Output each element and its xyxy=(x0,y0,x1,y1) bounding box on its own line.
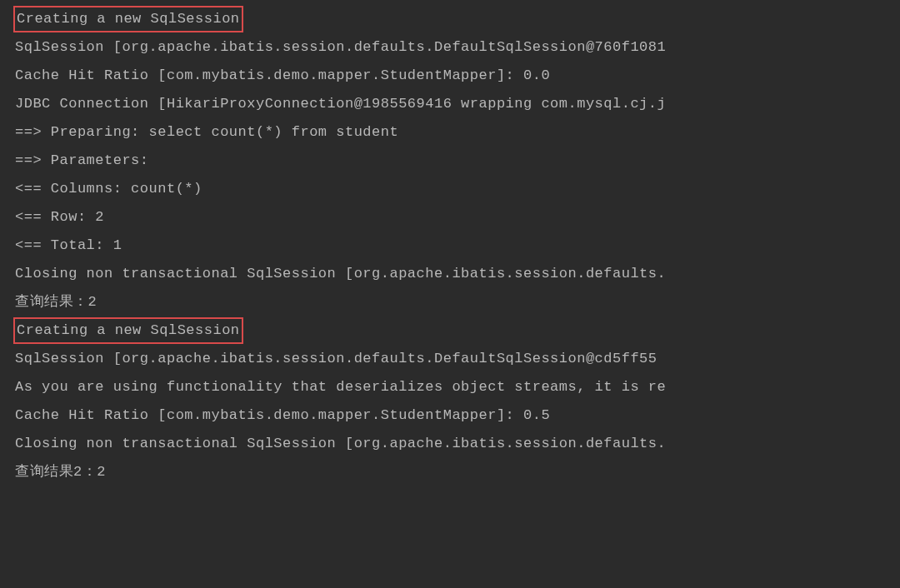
log-line: ==> Preparing: select count(*) from stud… xyxy=(15,118,900,147)
log-line: JDBC Connection [HikariProxyConnection@1… xyxy=(15,90,900,118)
log-line: Creating a new SqlSession xyxy=(15,5,900,33)
log-line: ==> Parameters: xyxy=(15,147,900,175)
log-line: SqlSession [org.apache.ibatis.session.de… xyxy=(15,33,900,62)
log-line: 查询结果：2 xyxy=(15,288,900,316)
log-line: <== Total: 1 xyxy=(15,232,900,260)
highlighted-log-line: Creating a new SqlSession xyxy=(13,6,243,32)
log-line: Closing non transactional SqlSession [or… xyxy=(15,260,900,288)
log-line: As you are using functionality that dese… xyxy=(15,373,900,401)
log-line: Closing non transactional SqlSession [or… xyxy=(15,430,900,458)
log-line: 查询结果2：2 xyxy=(15,458,900,486)
log-line: Creating a new SqlSession xyxy=(15,316,900,345)
log-output: Creating a new SqlSessionSqlSession [org… xyxy=(15,5,900,486)
log-line: SqlSession [org.apache.ibatis.session.de… xyxy=(15,345,900,373)
log-line: <== Row: 2 xyxy=(15,203,900,232)
highlighted-log-line: Creating a new SqlSession xyxy=(13,317,243,344)
log-line: Cache Hit Ratio [com.mybatis.demo.mapper… xyxy=(15,401,900,430)
log-line: <== Columns: count(*) xyxy=(15,175,900,203)
log-line: Cache Hit Ratio [com.mybatis.demo.mapper… xyxy=(15,62,900,90)
